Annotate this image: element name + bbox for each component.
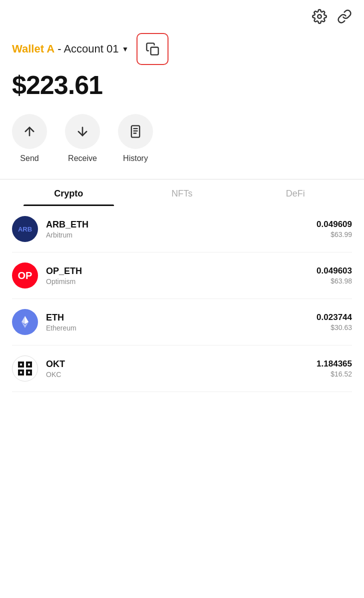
- wallet-title: Wallet A - Account 01 ▼: [12, 42, 128, 56]
- history-icon: [128, 124, 142, 138]
- action-buttons: Send Receive History: [12, 114, 352, 163]
- history-circle: [118, 114, 153, 149]
- eth-usd: $30.63: [316, 324, 352, 332]
- copy-address-button[interactable]: [136, 33, 168, 65]
- tabs-row: Crypto NFTs DeFi: [12, 180, 352, 206]
- arb-amount: 0.049609: [316, 220, 352, 230]
- svg-rect-18: [28, 364, 30, 366]
- receive-button[interactable]: Receive: [65, 114, 100, 163]
- receive-label: Receive: [68, 154, 97, 163]
- eth-amount: 0.023744: [316, 312, 352, 322]
- history-button[interactable]: History: [118, 114, 153, 163]
- dropdown-arrow-icon[interactable]: ▼: [122, 45, 128, 53]
- okt-amounts: 1.184365 $16.52: [316, 359, 352, 378]
- svg-rect-19: [20, 372, 22, 374]
- okt-usd: $16.52: [316, 370, 352, 378]
- send-icon: [22, 124, 36, 138]
- svg-rect-17: [20, 364, 22, 366]
- send-circle: [12, 114, 47, 149]
- tab-crypto[interactable]: Crypto: [12, 180, 126, 206]
- op-icon-label: OP: [18, 270, 32, 282]
- okt-amount: 1.184365: [316, 359, 352, 369]
- wallet-account: - Account 01: [58, 42, 118, 56]
- list-item[interactable]: ARB ARB_ETH Arbitrum 0.049609 $63.99: [12, 206, 352, 252]
- arb-icon: ARB: [12, 216, 38, 242]
- receive-icon: [76, 124, 90, 138]
- wallet-name: Wallet A: [12, 42, 54, 56]
- svg-rect-20: [28, 372, 30, 374]
- tabs-section: Crypto NFTs DeFi: [0, 179, 364, 206]
- list-item[interactable]: OP OP_ETH Optimism 0.049603 $63.98: [12, 252, 352, 299]
- tab-nfts[interactable]: NFTs: [126, 180, 239, 206]
- tab-defi[interactable]: DeFi: [238, 180, 352, 206]
- eth-symbol: ETH: [46, 312, 308, 323]
- settings-button[interactable]: [312, 9, 327, 24]
- svg-point-0: [318, 14, 322, 18]
- svg-rect-1: [151, 48, 158, 55]
- eth-network: Ethereum: [46, 324, 308, 332]
- okt-symbol: OKT: [46, 359, 308, 370]
- send-button[interactable]: Send: [12, 114, 47, 163]
- op-network: Optimism: [46, 278, 308, 286]
- list-item[interactable]: OKT OKC 1.184365 $16.52: [12, 346, 352, 392]
- header-icons: [0, 0, 364, 28]
- arb-usd: $63.99: [316, 230, 352, 238]
- arb-amounts: 0.049609 $63.99: [316, 220, 352, 238]
- copy-icon: [146, 42, 160, 56]
- receive-circle: [65, 114, 100, 149]
- link-button[interactable]: [337, 9, 352, 24]
- okt-network: OKC: [46, 370, 308, 378]
- history-label: History: [123, 154, 148, 163]
- eth-info: ETH Ethereum: [46, 312, 308, 332]
- arb-symbol: ARB_ETH: [46, 220, 308, 230]
- svg-text:ARB: ARB: [18, 226, 32, 233]
- op-symbol: OP_ETH: [46, 266, 308, 276]
- wallet-section: Wallet A - Account 01 ▼ $223.61 Send: [0, 28, 364, 163]
- op-info: OP_ETH Optimism: [46, 266, 308, 286]
- okt-icon: [12, 356, 38, 382]
- send-label: Send: [20, 154, 38, 163]
- op-amount: 0.049603: [316, 266, 352, 276]
- list-item[interactable]: ETH Ethereum 0.023744 $30.63: [12, 299, 352, 346]
- wallet-header-row: Wallet A - Account 01 ▼: [12, 33, 352, 65]
- op-usd: $63.98: [316, 277, 352, 285]
- arb-info: ARB_ETH Arbitrum: [46, 220, 308, 239]
- eth-icon: [12, 309, 38, 335]
- eth-amounts: 0.023744 $30.63: [316, 312, 352, 332]
- op-amounts: 0.049603 $63.98: [316, 266, 352, 285]
- okt-info: OKT OKC: [46, 359, 308, 378]
- gear-icon: [312, 9, 327, 24]
- wallet-balance: $223.61: [12, 70, 352, 100]
- link-icon: [337, 9, 352, 24]
- op-icon: OP: [12, 262, 38, 288]
- crypto-list: ARB ARB_ETH Arbitrum 0.049609 $63.99 OP …: [0, 206, 364, 392]
- arb-network: Arbitrum: [46, 231, 308, 239]
